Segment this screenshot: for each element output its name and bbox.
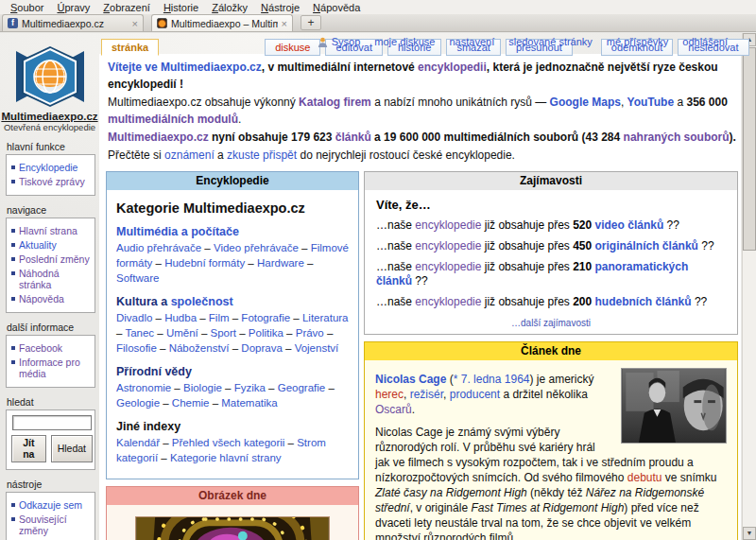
link[interactable]: originálních článků [595, 239, 698, 253]
sidebar-item[interactable]: Facebook [11, 342, 93, 354]
link[interactable]: nahraných souborů [624, 131, 730, 144]
link[interactable]: video článků [595, 218, 664, 232]
go-button[interactable]: Jít na [11, 435, 46, 462]
link[interactable]: Multimediaexpo.cz [108, 131, 209, 144]
sidebar-link[interactable]: Náhodná stránka [19, 268, 93, 290]
category-link[interactable]: Astronomie [116, 382, 171, 393]
link[interactable]: Multimédia a počítače [116, 225, 239, 238]
link[interactable]: oznámení [164, 148, 215, 162]
link[interactable]: encyklopedii [418, 61, 487, 74]
menu-item[interactable]: Zobrazení [96, 2, 157, 13]
close-tab-icon[interactable]: × [282, 19, 287, 28]
category-link[interactable]: Tanec [125, 327, 154, 339]
personal-link[interactable]: mé příspěvky [607, 36, 668, 47]
category-link[interactable]: Hudební formáty [164, 257, 245, 269]
page-tab[interactable]: diskuse [265, 39, 320, 56]
vertical-scrollbar[interactable]: ▲ ▼ [742, 33, 756, 540]
link[interactable]: Google Maps [550, 96, 621, 109]
link[interactable]: herec [375, 388, 404, 401]
link[interactable]: Vítejte ve Multimediaexpo.cz [108, 61, 262, 74]
category-link[interactable]: Kalendář [116, 437, 160, 448]
menu-item[interactable]: Historie [157, 2, 205, 13]
personal-link[interactable]: sledované stránky [508, 36, 593, 47]
sidebar-item[interactable]: Náhodná stránka [11, 268, 93, 290]
sidebar-item[interactable]: Související změny [11, 514, 93, 536]
sidebar-link[interactable]: Odkazuje sem [19, 499, 82, 511]
link[interactable]: společnost [171, 295, 233, 308]
link[interactable]: multimediálních modulů [108, 113, 238, 126]
link[interactable]: hudebních článků [595, 295, 692, 308]
sidebar-link[interactable]: Informace pro média [19, 357, 93, 379]
link[interactable]: YouTube [627, 96, 675, 109]
scroll-down-icon[interactable]: ▼ [743, 527, 756, 540]
link[interactable]: článků [335, 131, 371, 144]
link[interactable]: * 7. ledna [454, 373, 502, 386]
link[interactable]: režisér [410, 388, 443, 401]
category-link[interactable]: Divadlo [116, 312, 152, 323]
link[interactable]: Oscarů [375, 403, 412, 416]
sidebar-link[interactable]: Facebook [19, 342, 62, 354]
category-link[interactable]: Geografie [278, 382, 326, 393]
category-group-heading[interactable]: Přírodní vědy [116, 365, 349, 378]
sidebar-item[interactable]: Poslední změny [11, 253, 93, 265]
menu-item[interactable]: Úpravy [50, 2, 96, 13]
category-link[interactable]: Fotografie [241, 312, 290, 323]
sidebar-item[interactable]: Informace pro média [11, 357, 93, 379]
category-link[interactable]: Biologie [183, 382, 222, 393]
link[interactable]: encyklopedie [415, 239, 481, 253]
sidebar-link[interactable]: Encyklopedie [19, 162, 77, 173]
category-link[interactable]: Vojenství [295, 342, 339, 354]
user-link[interactable]: Sysop [332, 36, 361, 47]
sidebar-link[interactable]: Nápověda [19, 293, 64, 305]
category-link[interactable]: Filosofie [116, 342, 157, 354]
category-link[interactable]: Kategorie hlavní strany [170, 452, 282, 463]
category-link[interactable]: Audio přehrávače [116, 242, 201, 253]
sidebar-item[interactable]: Hlavní strana [11, 225, 93, 236]
category-link[interactable]: Umění [166, 327, 198, 339]
menu-item[interactable]: Nástroje [254, 2, 306, 13]
link[interactable]: Nicolas Cage [375, 373, 446, 386]
search-input[interactable] [12, 415, 92, 430]
personal-link[interactable]: odhlášení [682, 36, 728, 47]
browser-tab-facebook[interactable]: f Multimediaexpo.cz × [2, 14, 144, 31]
sidebar-item[interactable]: Nápověda [11, 293, 93, 305]
page-tab[interactable]: stránka [101, 39, 159, 56]
category-link[interactable]: Literatura [302, 312, 349, 323]
scrollbar-thumb[interactable] [743, 47, 756, 251]
personal-link[interactable]: nastavení [449, 36, 494, 47]
sidebar-link[interactable]: Hlavní strana [19, 225, 77, 236]
category-link[interactable]: Chemie [172, 397, 210, 409]
more-zajimavosti-link[interactable]: …další zajímavosti [511, 318, 591, 328]
category-group-heading[interactable]: Multimédia a počítače [116, 225, 349, 238]
link[interactable]: debutu [627, 471, 662, 484]
personal-link[interactable]: moje diskuse [374, 36, 435, 47]
sidebar-link[interactable]: Poslední změny [19, 253, 90, 265]
nicolas-cage-photo[interactable] [621, 368, 727, 444]
search-button[interactable]: Hledat [51, 435, 93, 462]
category-link[interactable]: Video přehrávače [214, 242, 299, 253]
sidebar-item[interactable]: Tiskové zprávy [11, 176, 93, 187]
link[interactable]: encyklopedie [415, 260, 481, 273]
category-link[interactable]: Politika [249, 327, 284, 339]
link[interactable]: encyklopedie [415, 295, 481, 308]
category-link[interactable]: Sport [211, 327, 237, 339]
category-link[interactable]: Matematika [221, 397, 277, 409]
picture-of-the-day[interactable] [135, 516, 330, 540]
category-link[interactable]: Fyzika [234, 382, 266, 393]
sidebar-link[interactable]: Aktuality [19, 239, 57, 251]
category-link[interactable]: Přehled všech kategorii [172, 437, 285, 448]
browser-tab-multimediaexpo[interactable]: Multimediaexpo – Multimediaexpo.cz × [151, 14, 293, 31]
new-tab-button[interactable]: + [301, 15, 321, 30]
site-logo[interactable]: Multimediaexpo.cz Otevřená encyklopedie [0, 33, 99, 132]
sidebar-link[interactable]: Související změny [19, 514, 93, 536]
link[interactable]: Katalog firem [299, 96, 371, 109]
category-link[interactable]: Film [209, 312, 230, 323]
link[interactable]: 1964 [505, 373, 530, 386]
category-link[interactable]: Software [116, 272, 159, 284]
sidebar-item[interactable]: Encyklopedie [11, 162, 93, 173]
category-link[interactable]: Hardware [257, 257, 304, 269]
link[interactable]: producent [450, 388, 500, 401]
link[interactable]: encyklopedie [415, 218, 481, 232]
category-link[interactable]: Náboženství [169, 342, 230, 354]
sidebar-link[interactable]: Tiskové zprávy [19, 176, 85, 187]
